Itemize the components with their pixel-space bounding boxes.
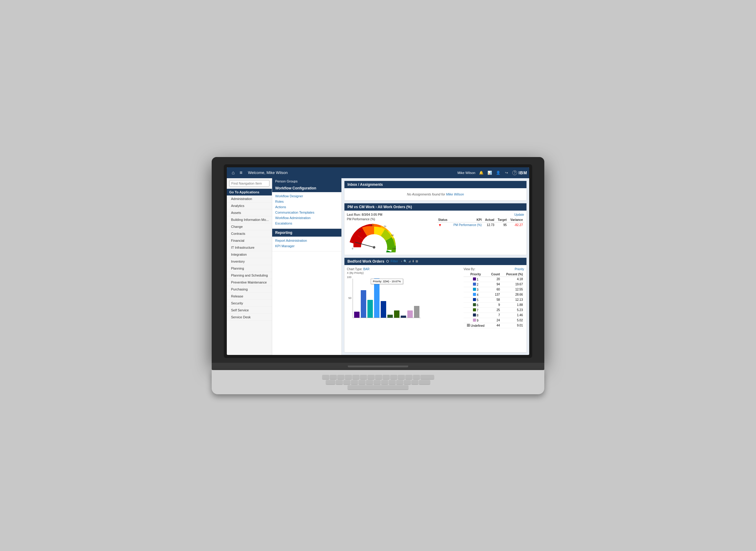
key	[330, 375, 337, 379]
key	[344, 380, 350, 384]
sidebar-item-service-desk[interactable]: Service Desk	[227, 314, 272, 321]
sidebar-item-release[interactable]: Release	[227, 293, 272, 300]
bar-item[interactable]	[394, 311, 399, 318]
escalations-link[interactable]: Escalations	[272, 220, 341, 226]
svg-text:50: 50	[371, 224, 373, 226]
key	[368, 375, 374, 379]
kpi-left: Last Run: 8/3/04 3:05 PM PM Performance …	[347, 213, 434, 252]
bar-item[interactable]	[381, 301, 386, 318]
y-axis: 100 50	[347, 276, 351, 318]
filter2-icon[interactable]: ⊿	[408, 259, 411, 263]
nav-username: Mike Wilson	[458, 171, 475, 174]
chart-x-label: X (By Priority)	[347, 271, 461, 274]
filter-link[interactable]: Filter	[391, 259, 398, 263]
laptop-body: Welcome, Mike Wilson Mike Wilson 🔔 📊 👤 ↪…	[212, 157, 544, 363]
sidebar-item-assets[interactable]: Assets	[227, 209, 272, 216]
count-cell: 9	[488, 302, 501, 308]
wo-table-row: 8 7 1.46	[464, 313, 524, 318]
inbox-empty-text: No Assignments found for	[407, 192, 445, 196]
middle-panel: Person Groups Workflow Configuration Wor…	[272, 178, 342, 355]
gauge-container: 0 30 50 70 90 100	[347, 222, 401, 252]
inbox-user-link[interactable]: Mike Wilson	[446, 192, 464, 196]
roles-link[interactable]: Roles	[272, 199, 341, 204]
svg-text:0: 0	[352, 247, 353, 250]
sidebar-item-financial[interactable]: Financial	[227, 237, 272, 244]
key	[419, 380, 430, 384]
logout-icon[interactable]: ↪	[504, 170, 509, 175]
workflow-designer-link[interactable]: Workflow Designer	[272, 193, 341, 199]
kpi-table-row: ▼ PM Performance (%) 12.73 95 -82.27	[437, 222, 524, 228]
bar-item[interactable]	[401, 316, 406, 318]
workflow-title: Workflow Configuration	[272, 184, 341, 192]
sidebar-item-planning[interactable]: Planning	[227, 265, 272, 272]
nav-title: Welcome, Mike Wilson	[248, 170, 288, 175]
sidebar-item-analytics[interactable]: Analytics	[227, 202, 272, 209]
home-icon[interactable]	[230, 170, 236, 175]
actions-link[interactable]: Actions	[272, 204, 341, 210]
download-icon[interactable]: ⬇	[412, 259, 414, 263]
sidebar-item-preventive[interactable]: Preventive Maintenance	[227, 279, 272, 286]
update-link[interactable]: Update	[514, 213, 524, 216]
report-admin-link[interactable]: Report Administration	[272, 238, 341, 243]
bar-chart[interactable]	[353, 279, 421, 318]
kpi-header: PM vs CM Work - All Work Orders (%)	[344, 203, 526, 210]
bar-item[interactable]	[407, 311, 413, 318]
sidebar-item-contracts[interactable]: Contracts	[227, 230, 272, 237]
priority-cell: 6	[464, 302, 488, 308]
percent-cell: 1.88	[501, 302, 524, 308]
sidebar-item-building[interactable]: Building Information Mo...	[227, 216, 272, 223]
sidebar-item-purchasing[interactable]: Purchasing	[227, 286, 272, 293]
person-groups-bar[interactable]: Person Groups	[272, 178, 341, 184]
wo-th-count: Count	[488, 272, 501, 277]
notifications-icon[interactable]: 🔔	[478, 170, 484, 175]
kpi-status-cell: ▼	[437, 222, 450, 228]
laptop-wrapper: Welcome, Mike Wilson Mike Wilson 🔔 📊 👤 ↪…	[212, 157, 544, 394]
kpi-manager-link[interactable]: KPI Manager	[272, 243, 341, 249]
priority-cell: 2	[464, 282, 488, 287]
sidebar-item-self-service[interactable]: Self Service	[227, 307, 272, 314]
bar-item[interactable]	[361, 290, 366, 318]
sidebar-item-administration[interactable]: Administration	[227, 195, 272, 202]
priority-cell: 3	[464, 287, 488, 292]
kpi-name-link[interactable]: PM Performance (%)	[453, 223, 481, 226]
wo-table-row: 5 58 12.13	[464, 297, 524, 302]
bar-item[interactable]	[354, 312, 360, 318]
chart-type-value[interactable]: BAR	[363, 267, 370, 271]
bar-item[interactable]	[367, 300, 373, 318]
kpi-table: Status KPI Actual Target Variance	[437, 217, 524, 228]
laptop-hinge	[212, 363, 544, 370]
analytics-icon[interactable]: 📊	[487, 170, 492, 175]
wo-th-percent: Percent (%)	[501, 272, 524, 277]
wo-table-row: 1 20 4.18	[464, 277, 524, 282]
percent-cell: 12.13	[501, 297, 524, 302]
help-icon[interactable]: ?	[512, 170, 517, 175]
key	[326, 380, 335, 384]
menu-icon[interactable]	[238, 170, 244, 175]
count-cell: 20	[488, 277, 501, 282]
bar-item[interactable]	[414, 306, 419, 318]
search-icon[interactable]: 🔍	[403, 259, 407, 263]
svg-text:30: 30	[358, 230, 361, 233]
kpi-last-run-label: Last Run:	[347, 213, 361, 216]
profile-icon[interactable]: 👤	[495, 170, 501, 175]
key	[353, 375, 359, 379]
communication-templates-link[interactable]: Communication Templates	[272, 210, 341, 215]
y-label-100: 100	[347, 276, 351, 279]
grid-icon[interactable]: ⊞	[415, 259, 418, 263]
laptop-hinge-bar	[348, 366, 408, 367]
kpi-body: Last Run: 8/3/04 3:05 PM PM Performance …	[344, 210, 526, 255]
workflow-admin-link[interactable]: Workflow Administration	[272, 215, 341, 220]
search-input[interactable]	[229, 180, 269, 187]
sidebar-item-planning-scheduling[interactable]: Planning and Scheduling	[227, 272, 272, 279]
sidebar-item-security[interactable]: Security	[227, 300, 272, 307]
bar-item[interactable]	[387, 315, 393, 318]
spacebar-key	[348, 385, 408, 390]
sidebar-item-it-infrastructure[interactable]: IT Infrastructure	[227, 244, 272, 251]
percent-cell: 5.02	[501, 318, 524, 323]
sidebar-item-inventory[interactable]: Inventory	[227, 258, 272, 265]
gauge-visual: 0 30 50 70 90 100	[347, 222, 401, 252]
sidebar-item-integration[interactable]: Integration	[227, 251, 272, 258]
sidebar-item-change[interactable]: Change	[227, 223, 272, 230]
bar-item[interactable]	[374, 279, 380, 318]
view-by-link[interactable]: Priority	[515, 267, 524, 271]
